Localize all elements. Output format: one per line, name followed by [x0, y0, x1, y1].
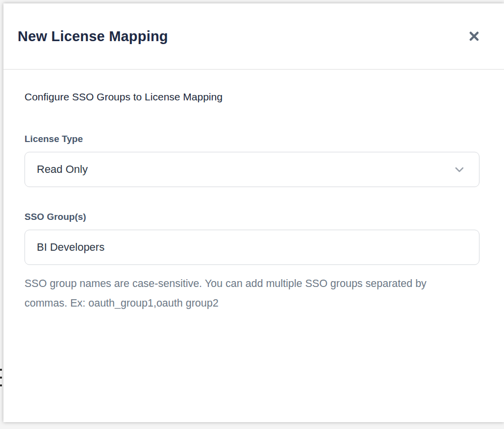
underlying-page-artifact — [0, 369, 2, 386]
chevron-down-icon — [454, 164, 465, 175]
sso-groups-label: SSO Group(s) — [25, 212, 479, 222]
dialog-body: Configure SSO Groups to License Mapping … — [3, 70, 504, 313]
dialog-header: New License Mapping — [3, 3, 504, 70]
sso-groups-input-value: BI Developers — [37, 241, 104, 254]
artifact-dash — [0, 377, 2, 379]
license-type-label: License Type — [25, 134, 479, 144]
artifact-dash — [0, 369, 2, 371]
license-type-selected-value: Read Only — [37, 163, 88, 176]
artifact-dash — [0, 384, 2, 386]
sso-groups-help-text: SSO group names are case-sensitive. You … — [25, 274, 456, 313]
license-type-select[interactable]: Read Only — [25, 152, 479, 187]
dialog-description: Configure SSO Groups to License Mapping — [25, 91, 479, 103]
close-icon — [468, 30, 480, 43]
sso-groups-input[interactable]: BI Developers — [25, 230, 479, 265]
new-license-mapping-dialog: New License Mapping Configure SSO Groups… — [3, 3, 504, 422]
close-button[interactable] — [466, 28, 482, 45]
dialog-title: New License Mapping — [18, 28, 168, 45]
